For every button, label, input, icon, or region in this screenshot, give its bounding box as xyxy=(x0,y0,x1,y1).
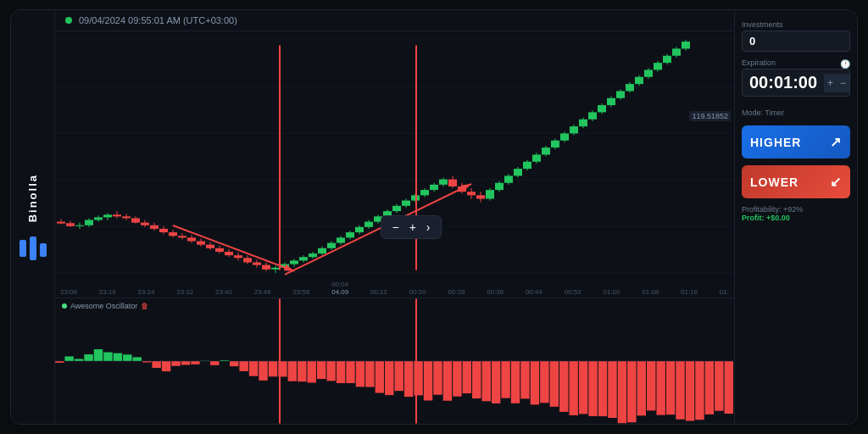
expiration-label: Expiration xyxy=(742,58,776,67)
higher-arrow-icon: ↗ xyxy=(830,134,842,150)
time-label-9: 00:20 xyxy=(409,288,426,296)
svg-rect-0 xyxy=(19,240,26,257)
time-label-6: 23:56 xyxy=(293,288,310,296)
time-label-7: 00:0404.09 xyxy=(331,281,348,296)
logo-text: Binolla xyxy=(26,174,39,222)
expiration-increment-button[interactable]: + xyxy=(824,74,837,92)
svg-rect-2 xyxy=(40,243,47,257)
expiration-section: Expiration 🕐 00:01:00 + − xyxy=(742,58,850,97)
candlestick-canvas xyxy=(55,31,734,281)
time-label-2: 23:24 xyxy=(138,288,155,296)
chart-header: 09/04/2024 09:55:01 AM (UTC+03:00) xyxy=(55,10,734,31)
mode-label: Mode: Timer xyxy=(742,108,784,117)
chart-body: 119.51852 23:08 23:16 23:24 23:32 23:40 … xyxy=(55,31,734,424)
time-label-16: 01:16 xyxy=(681,288,698,296)
investments-section: Investments $ + − xyxy=(742,20,850,52)
main-chart: 119.51852 23:08 23:16 23:24 23:32 23:40 … xyxy=(55,31,734,298)
time-label-10: 00:28 xyxy=(448,288,465,296)
oscillator-title: Awesome Oscillator xyxy=(70,302,137,310)
time-label-14: 01:00 xyxy=(604,288,620,296)
time-label-17: 01: xyxy=(720,288,729,296)
zoom-out-button[interactable]: − xyxy=(388,220,402,235)
time-label-0: 23:08 xyxy=(60,288,77,296)
time-label-13: 00:52 xyxy=(565,288,581,296)
right-panel: Investments $ + − Expiration 🕐 00:01:00 … xyxy=(734,10,857,424)
oscillator-chart: Awesome Oscillator 🗑 xyxy=(55,298,734,424)
price-label: 119.51852 xyxy=(689,111,731,121)
time-label-4: 23:40 xyxy=(215,288,232,296)
time-label-15: 01:08 xyxy=(642,288,659,296)
svg-rect-1 xyxy=(30,236,36,260)
chart-toolbar: − + › xyxy=(381,215,441,239)
investments-input[interactable] xyxy=(743,31,850,51)
oscillator-label: Awesome Oscillator 🗑 xyxy=(62,302,148,310)
lower-arrow-icon: ↙ xyxy=(830,174,842,190)
higher-button[interactable]: HIGHER ↗ xyxy=(742,125,850,159)
chart-section: 09/04/2024 09:55:01 AM (UTC+03:00) 119.5… xyxy=(55,10,734,424)
oscillator-canvas xyxy=(55,298,734,424)
expiration-input-row: 00:01:00 + − xyxy=(742,69,850,97)
time-label-11: 00:36 xyxy=(487,288,504,296)
forward-button[interactable]: › xyxy=(423,220,434,235)
investments-input-row: $ + − xyxy=(742,31,850,52)
expiration-clock-icon: 🕐 xyxy=(840,59,850,69)
oscillator-trash-icon[interactable]: 🗑 xyxy=(141,302,148,310)
time-label-1: 23:16 xyxy=(99,288,116,296)
osc-vline-right xyxy=(415,298,417,424)
mode-section: Mode: Timer xyxy=(742,103,850,119)
profitability-label: Profitability: +92% xyxy=(742,205,850,214)
time-label-8: 00:12 xyxy=(370,288,387,296)
left-sidebar: Binolla xyxy=(11,10,55,424)
lower-button[interactable]: LOWER ↙ xyxy=(742,165,850,198)
time-label-3: 23:32 xyxy=(176,288,193,296)
expiration-decrement-button[interactable]: − xyxy=(837,74,849,92)
time-label-12: 00:44 xyxy=(526,288,542,296)
status-dot xyxy=(65,17,72,24)
timer-display: 00:01:00 xyxy=(743,70,824,96)
profitability-section: Profitability: +92% Profit: +$0.00 xyxy=(742,205,850,222)
logo-icon xyxy=(19,236,47,260)
higher-button-label: HIGHER xyxy=(750,136,801,149)
zoom-in-button[interactable]: + xyxy=(406,220,420,235)
profit-value: Profit: +$0.00 xyxy=(742,214,850,222)
chart-timestamp: 09/04/2024 09:55:01 AM (UTC+03:00) xyxy=(79,15,237,25)
lower-button-label: LOWER xyxy=(750,175,798,189)
oscillator-dot xyxy=(62,303,67,309)
time-label-5: 23:48 xyxy=(254,288,271,296)
investments-label: Investments xyxy=(742,20,850,29)
